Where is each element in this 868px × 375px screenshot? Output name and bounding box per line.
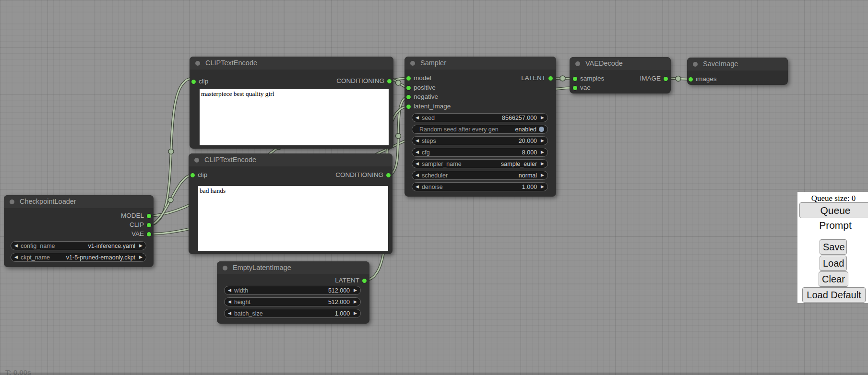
node-sampler[interactable]: Sampler model positive negative latent_i… <box>404 57 556 197</box>
clear-button[interactable]: Clear <box>819 271 848 287</box>
load-button[interactable]: Load <box>820 256 847 271</box>
input-slot-dot[interactable] <box>406 105 411 109</box>
graph-canvas[interactable]: CheckpointLoader MODEL CLIP VAE ◀ config… <box>0 0 868 375</box>
node-title: VAEDecode <box>585 59 623 67</box>
output-slot-dot[interactable] <box>387 79 392 83</box>
decrement-arrow-icon[interactable]: ◀ <box>14 242 18 250</box>
node-titlebar[interactable]: EmptyLatentImage <box>217 261 369 274</box>
output-slot-latent[interactable]: LATENT <box>404 75 553 82</box>
increment-arrow-icon[interactable]: ▶ <box>541 171 544 179</box>
output-slot-vae[interactable]: VAE <box>4 231 151 237</box>
toggle-dot[interactable] <box>539 127 544 132</box>
widget-value: sample_euler <box>462 161 537 167</box>
widget-sampler-name[interactable]: ◀ sampler_name sample_euler ▶ <box>412 159 548 168</box>
increment-arrow-icon[interactable]: ▶ <box>541 160 544 168</box>
node-titlebar[interactable]: CheckpointLoader <box>4 195 154 208</box>
widget-value: enabled <box>499 126 536 133</box>
output-slot-conditioning[interactable]: CONDITIONING <box>189 172 391 178</box>
node-vaedecode[interactable]: VAEDecode samples vae IMAGE <box>570 57 671 94</box>
decrement-arrow-icon[interactable]: ◀ <box>228 286 231 294</box>
output-slot-dot[interactable] <box>147 232 151 236</box>
decrement-arrow-icon[interactable]: ◀ <box>416 183 419 191</box>
input-slot-images[interactable]: images <box>689 76 717 82</box>
collapse-dot[interactable] <box>194 158 199 163</box>
collapse-dot[interactable] <box>575 61 580 66</box>
collapse-dot[interactable] <box>10 199 14 204</box>
input-slot-dot[interactable] <box>573 86 577 90</box>
widget-scheduler[interactable]: ◀ scheduler normal ▶ <box>412 171 548 180</box>
widget-steps[interactable]: ◀ steps 20.000 ▶ <box>412 136 548 145</box>
node-checkpointloader[interactable]: CheckpointLoader MODEL CLIP VAE ◀ config… <box>4 195 154 267</box>
output-slot-dot[interactable] <box>362 279 367 283</box>
input-slot-dot[interactable] <box>406 86 411 90</box>
decrement-arrow-icon[interactable]: ◀ <box>228 309 231 317</box>
node-titlebar[interactable]: VAEDecode <box>570 57 671 70</box>
decrement-arrow-icon[interactable]: ◀ <box>14 253 18 261</box>
positive-prompt-textarea[interactable]: masterpiece best quality girl <box>200 89 389 145</box>
widget-denoise[interactable]: ◀ denoise 1.000 ▶ <box>412 182 548 191</box>
node-title: CLIPTextEncode <box>204 156 256 164</box>
increment-arrow-icon[interactable]: ▶ <box>139 242 143 250</box>
node-titlebar[interactable]: Sampler <box>404 57 556 70</box>
widget-config-name[interactable]: ◀ config_name v1-inference.yaml ▶ <box>11 241 146 250</box>
increment-arrow-icon[interactable]: ▶ <box>354 309 357 317</box>
node-emptylatentimage[interactable]: EmptyLatentImage LATENT ◀ width 512.000 … <box>217 261 369 324</box>
increment-arrow-icon[interactable]: ▶ <box>541 148 544 156</box>
widget-label: Random seed after every gen <box>419 126 499 133</box>
widget-value: 512.000 <box>250 299 350 305</box>
widget-random-seed-toggle[interactable]: Random seed after every gen enabled <box>412 125 548 134</box>
node-cliptextencode-positive[interactable]: CLIPTextEncode clip CONDITIONING masterp… <box>190 57 393 149</box>
load-default-button[interactable]: Load Default <box>802 287 866 303</box>
output-slot-dot[interactable] <box>548 76 553 81</box>
input-slot-vae[interactable]: vae <box>573 84 591 91</box>
widget-seed[interactable]: ◀ seed 8566257.000 ▶ <box>412 113 548 122</box>
widget-cfg[interactable]: ◀ cfg 8.000 ▶ <box>412 148 548 157</box>
increment-arrow-icon[interactable]: ▶ <box>354 298 357 306</box>
decrement-arrow-icon[interactable]: ◀ <box>228 298 231 306</box>
output-slot-clip[interactable]: CLIP <box>4 222 151 228</box>
increment-arrow-icon[interactable]: ▶ <box>541 183 544 191</box>
collapse-dot[interactable] <box>223 266 227 270</box>
widget-label: config_name <box>21 243 55 249</box>
node-titlebar[interactable]: CLIPTextEncode <box>190 57 393 70</box>
widget-batch-size[interactable]: ◀ batch_size 1.000 ▶ <box>224 309 361 318</box>
widget-label: ckpt_name <box>21 254 50 261</box>
decrement-arrow-icon[interactable]: ◀ <box>416 160 419 168</box>
decrement-arrow-icon[interactable]: ◀ <box>416 137 419 145</box>
widget-ckpt-name[interactable]: ◀ ckpt_name v1-5-pruned-emaonly.ckpt ▶ <box>11 253 146 262</box>
input-slot-positive[interactable]: positive <box>406 84 436 91</box>
input-slot-negative[interactable]: negative <box>406 94 438 100</box>
increment-arrow-icon[interactable]: ▶ <box>139 253 143 261</box>
output-slot-conditioning[interactable]: CONDITIONING <box>190 78 392 84</box>
output-slot-dot[interactable] <box>147 223 151 227</box>
output-slot-latent[interactable]: LATENT <box>217 277 367 284</box>
increment-arrow-icon[interactable]: ▶ <box>541 114 544 122</box>
node-titlebar[interactable]: CLIPTextEncode <box>189 153 392 166</box>
decrement-arrow-icon[interactable]: ◀ <box>416 171 419 179</box>
canvas-bottom-edge <box>0 373 868 375</box>
node-titlebar[interactable]: SaveImage <box>687 58 788 70</box>
input-slot-dot[interactable] <box>406 95 411 99</box>
node-saveimage[interactable]: SaveImage images <box>687 58 788 85</box>
node-cliptextencode-negative[interactable]: CLIPTextEncode clip CONDITIONING bad han… <box>189 153 392 254</box>
negative-prompt-textarea[interactable]: bad hands <box>198 186 388 251</box>
input-slot-dot[interactable] <box>689 77 693 82</box>
increment-arrow-icon[interactable]: ▶ <box>541 137 544 145</box>
collapse-dot[interactable] <box>195 61 200 66</box>
queue-prompt-button[interactable]: Queue Prompt <box>799 202 868 218</box>
save-button[interactable]: Save <box>820 239 847 255</box>
output-slot-image[interactable]: IMAGE <box>570 75 668 82</box>
input-slot-latent-image[interactable]: latent_image <box>406 103 451 110</box>
widget-value: v1-5-pruned-emaonly.ckpt <box>50 254 135 261</box>
increment-arrow-icon[interactable]: ▶ <box>354 286 357 294</box>
widget-width[interactable]: ◀ width 512.000 ▶ <box>224 286 361 295</box>
output-slot-dot[interactable] <box>386 173 391 177</box>
output-slot-model[interactable]: MODEL <box>4 212 151 219</box>
decrement-arrow-icon[interactable]: ◀ <box>416 148 419 156</box>
output-slot-dot[interactable] <box>147 214 151 218</box>
collapse-dot[interactable] <box>410 61 415 66</box>
output-slot-dot[interactable] <box>664 77 668 81</box>
decrement-arrow-icon[interactable]: ◀ <box>416 114 419 122</box>
widget-height[interactable]: ◀ height 512.000 ▶ <box>224 297 361 306</box>
collapse-dot[interactable] <box>693 62 698 67</box>
